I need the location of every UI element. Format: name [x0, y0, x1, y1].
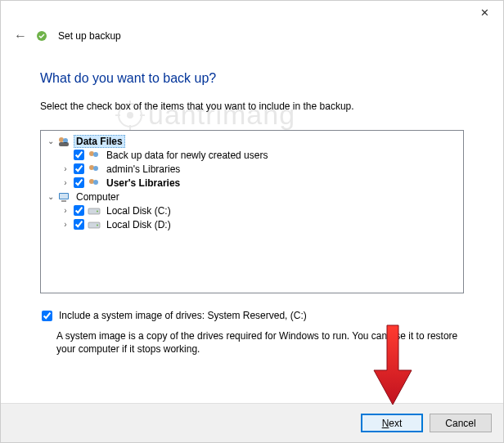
wizard-title: Set up backup	[58, 30, 121, 42]
back-arrow-icon[interactable]: ←	[14, 29, 27, 43]
node-label[interactable]: Computer	[74, 190, 122, 204]
chevron-right-icon[interactable]: ›	[61, 178, 70, 187]
svg-point-8	[89, 179, 94, 184]
users-icon	[88, 149, 101, 162]
users-icon	[57, 135, 70, 148]
chevron-right-icon[interactable]: ›	[61, 206, 70, 215]
checkbox-local-c[interactable]	[74, 205, 84, 216]
dialog-footer: Next Cancel	[1, 403, 503, 442]
checkbox-user-libraries[interactable]	[74, 177, 84, 188]
node-label[interactable]: Local Disk (C:)	[104, 204, 173, 217]
tree-node-local-c[interactable]: › Local Disk (C:)	[46, 204, 458, 217]
tree-node-user-libraries[interactable]: › User's Libraries	[46, 176, 458, 190]
svg-point-7	[93, 166, 98, 171]
checkbox-local-d[interactable]	[74, 219, 84, 230]
checkbox-admin-libraries[interactable]	[74, 163, 84, 174]
close-button[interactable]: ✕	[466, 1, 503, 24]
node-label[interactable]: admin's Libraries	[104, 163, 182, 176]
wizard-icon	[35, 29, 48, 43]
tree-node-admin-libraries[interactable]: › admin's Libraries	[46, 162, 458, 176]
users-icon	[88, 177, 101, 190]
svg-rect-11	[60, 194, 68, 199]
svg-point-6	[89, 165, 94, 170]
next-button[interactable]: Next	[361, 414, 423, 432]
chevron-down-icon[interactable]: ⌄	[46, 136, 56, 145]
node-label[interactable]: Back up data for newly created users	[104, 149, 270, 162]
checkbox-system-image[interactable]	[42, 311, 52, 321]
checkbox-new-users[interactable]	[74, 150, 84, 160]
cancel-button[interactable]: Cancel	[430, 414, 492, 432]
node-label[interactable]: Data Files	[74, 135, 125, 148]
tree-node-new-users[interactable]: › Back up data for newly created users	[46, 148, 458, 162]
drive-icon	[88, 218, 101, 231]
page-heading: What do you want to back up?	[40, 71, 464, 86]
chevron-down-icon[interactable]: ⌄	[46, 192, 56, 201]
svg-rect-3	[59, 142, 69, 146]
svg-point-9	[93, 180, 98, 185]
system-image-description: A system image is a copy of the drives r…	[56, 329, 464, 356]
computer-icon	[57, 190, 70, 204]
svg-point-1	[59, 137, 64, 142]
chevron-right-icon[interactable]: ›	[61, 164, 70, 173]
page-instruction: Select the check box of the items that y…	[40, 101, 464, 112]
svg-point-18	[97, 224, 98, 226]
node-label[interactable]: User's Libraries	[104, 177, 182, 190]
backup-items-tree[interactable]: ⌄ Data Files › Back up data for newly cr…	[40, 130, 464, 293]
system-image-label: Include a system image of drives: System…	[59, 310, 307, 321]
svg-point-4	[89, 151, 94, 156]
tree-node-data-files[interactable]: ⌄ Data Files	[46, 134, 458, 148]
tree-node-computer[interactable]: ⌄ Computer	[46, 190, 458, 204]
svg-point-15	[97, 210, 98, 212]
drive-icon	[88, 204, 101, 217]
node-label[interactable]: Local Disk (D:)	[104, 218, 173, 231]
svg-rect-12	[61, 200, 66, 202]
tree-node-local-d[interactable]: › Local Disk (D:)	[46, 217, 458, 231]
users-icon	[88, 163, 101, 176]
svg-point-5	[93, 152, 98, 157]
chevron-right-icon[interactable]: ›	[61, 220, 70, 229]
